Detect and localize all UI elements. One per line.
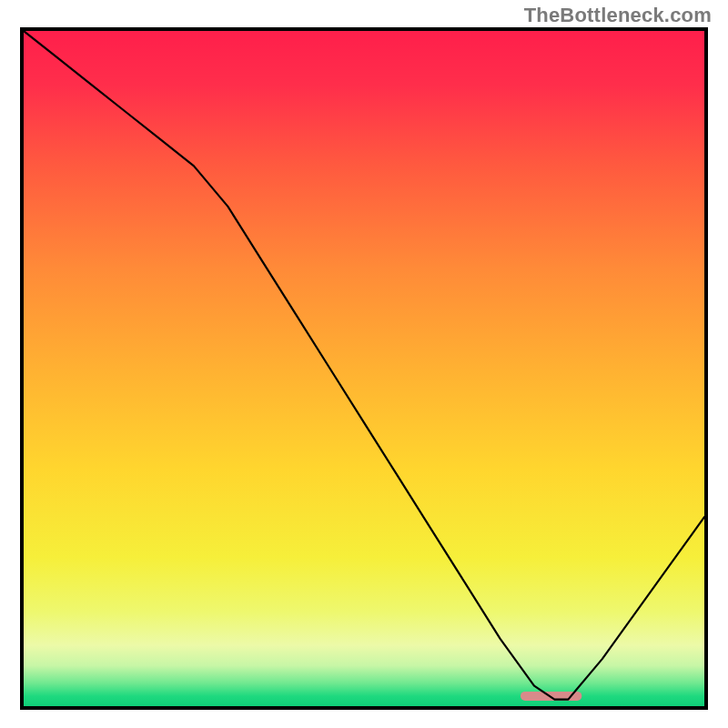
watermark-text: TheBottleneck.com: [524, 4, 712, 27]
bottleneck-chart: [24, 31, 704, 706]
gradient-background: [24, 31, 704, 706]
chart-frame: [20, 27, 708, 710]
